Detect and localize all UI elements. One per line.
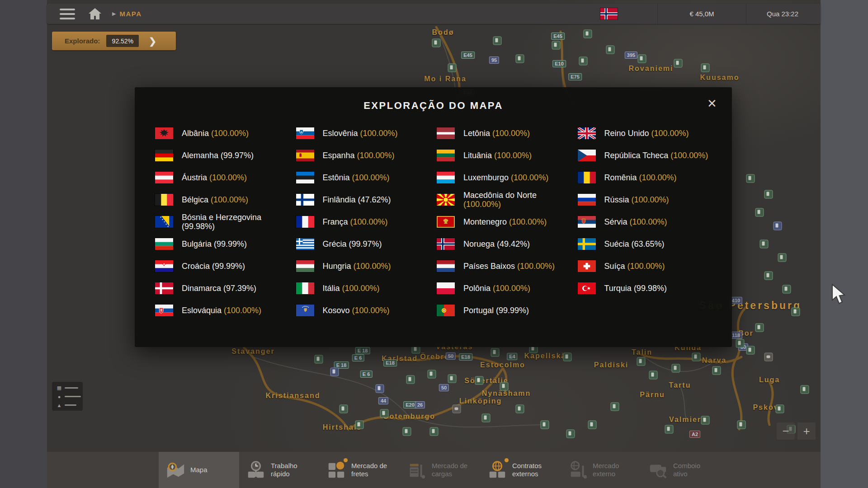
country-column-4: Reino Unido (100.00%)República Tcheca (1… [578,122,714,321]
toolbar-item-label: Comboio ativo [673,462,716,478]
flag-icon-lv [437,127,455,139]
flag-icon-mk [437,194,455,206]
fuel-station-icon [406,375,415,384]
breadcrumb: ▶ MAPA [112,10,142,18]
country-name: Suíça [604,262,627,271]
flag-icon-ru [578,194,596,206]
country-name: Bélgica [182,195,211,204]
flag-icon-nl [437,260,455,272]
profile-flag-norway [600,8,618,19]
country-explored-percent: (100.00%) [357,151,395,160]
toolbar-item-label: Mercado externo [593,462,635,478]
fuel-station-icon [579,57,588,66]
road-shield: A2 [689,431,700,438]
country-name: Portugal [463,306,496,315]
city-label: Tartu [669,381,691,389]
fuel-station-icon [672,364,680,373]
flag-icon-bg [155,238,173,250]
fuel-station-icon [448,375,457,383]
fuel-station-icon [712,366,721,375]
country-explored-percent: (100.00%) [511,173,548,182]
flag-icon-ba [155,216,173,228]
flag-icon-xk [296,305,314,316]
country-row: Grécia (99.97%) [296,233,433,255]
country-name: França [323,217,350,226]
flag-icon-me [437,216,455,228]
country-explored-percent: (100.00%) [211,195,248,204]
flag-icon-uk [578,127,596,139]
toolbar-item-mapa[interactable]: Mapa [159,452,239,488]
country-explored-percent: (100.00%) [211,129,249,138]
country-name: Alemanha [182,151,221,160]
country-explored-percent: (100.00%) [670,151,708,160]
home-button[interactable] [85,6,105,22]
country-row: Alemanha (99.97%) [155,144,292,166]
rest-stop-icon [376,385,384,393]
country-name: Hungria [323,262,354,271]
country-name: Turquia [604,284,634,293]
country-label: Estônia (100.00%) [323,173,390,182]
country-label: Luxemburgo (100.00%) [463,173,548,182]
country-name: Luxemburgo [463,173,511,182]
country-explored-percent: (97.39%) [223,284,256,293]
toolbar-item-label: Trabalho rápido [271,462,313,478]
explored-percentage-badge[interactable]: Explorado: 92.52% ❯ [52,32,176,50]
fuel-station-icon [482,414,491,422]
toolbar-item-mercado-de-fretes[interactable]: Mercado de fretes [320,452,400,488]
country-label: Itália (100.00%) [323,284,380,293]
zoom-in-button[interactable]: + [797,422,816,440]
top-bar: ▶ MAPA € 45,0M Qua 23:22 [47,4,821,24]
close-icon[interactable]: ✕ [704,95,720,112]
flag-icon-ch [578,260,596,272]
map-legend-button[interactable]: ▦ ● ▲ [52,382,83,411]
country-name: Espanha [323,151,357,160]
country-row: Suécia (63.65%) [578,233,714,255]
flag-icon-rs [578,216,596,228]
city-label: Talin [632,348,652,357]
country-row: Albânia (100.00%) [155,122,292,144]
country-explored-percent: (99.99%) [212,262,245,271]
country-name: Itália [323,284,342,293]
flag-icon-fi [296,194,314,206]
city-label: Nynäshamn [482,389,531,398]
freight-icon [326,460,347,480]
flag-icon-no [437,238,455,250]
fuel-station-icon [638,55,646,63]
country-label: Eslovênia (100.00%) [323,129,398,138]
fuel-station-icon [340,405,348,413]
city-label: Rovaniemi [629,65,674,73]
country-label: Croácia (99.99%) [182,262,245,271]
road-shield: E4 [507,353,517,360]
country-explored-percent: (100.00%) [350,217,388,226]
country-label: Países Baixos (100.00%) [463,262,555,271]
fuel-station-icon [566,430,575,438]
country-column-3: Letônia (100.00%)Lituânia (100.00%)Luxem… [437,122,573,321]
country-explored-percent: (99.99%) [214,239,247,249]
country-label: Montenegro (100.00%) [463,217,547,226]
contracts-icon [487,460,508,480]
country-label: Bulgária (99.99%) [182,239,247,249]
country-name: Eslovênia [323,129,360,138]
flag-icon-es [296,150,314,161]
country-name: Bósnia e Herzegovina [182,213,261,222]
toolbar-item-contratos-externos[interactable]: Contratos externos [481,452,561,488]
country-explored-percent: (100.00%) [630,217,667,226]
fuel-station-icon [674,59,683,68]
fuel-station-icon [432,39,441,47]
zoom-out-button[interactable]: − [777,422,795,440]
flag-icon-cz [578,150,596,161]
fuel-station-icon [755,208,764,217]
country-explored-percent: (99.98%) [634,284,667,293]
right-letterbox [821,0,868,488]
country-label: Hungria (100.00%) [323,262,391,271]
country-row: Estônia (100.00%) [296,166,433,188]
country-name: Áustria [182,173,209,182]
country-row: Romênia (100.00%) [578,166,714,188]
fuel-station-icon [737,421,746,429]
toolbar-item-trabalho-r-pido[interactable]: Trabalho rápido [239,452,320,488]
fuel-station-icon [755,324,764,332]
country-row: Países Baixos (100.00%) [437,255,573,277]
menu-icon[interactable] [60,9,75,19]
country-row: Bélgica (100.00%) [155,188,292,211]
country-label: Bélgica (100.00%) [182,195,248,204]
